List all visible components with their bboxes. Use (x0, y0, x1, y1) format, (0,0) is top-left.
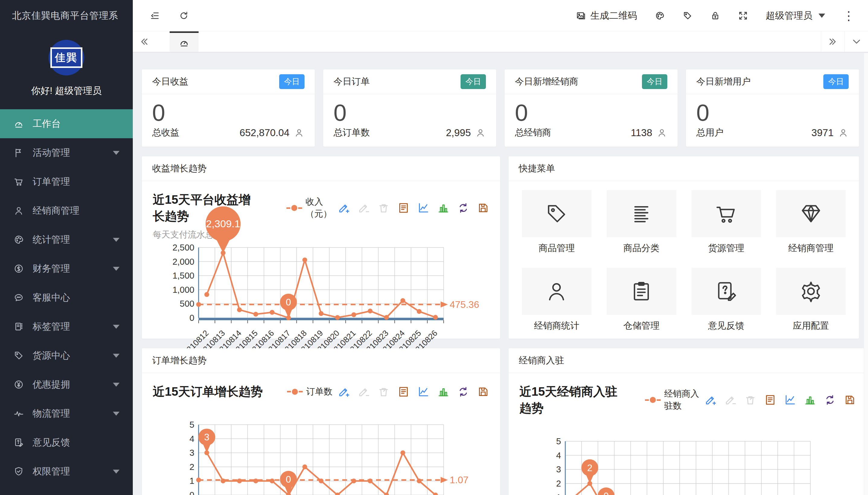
refresh-cycle-icon[interactable] (824, 394, 836, 406)
quick-item-dealer-mgmt[interactable]: 经销商管理 (776, 190, 846, 254)
quick-item-categories[interactable]: 商品分类 (607, 190, 676, 254)
refresh-icon[interactable] (179, 11, 189, 21)
user-menu[interactable]: 超级管理员 (766, 10, 825, 22)
edit-add-icon[interactable] (705, 394, 716, 406)
svg-text:0: 0 (190, 313, 194, 323)
stat-title: 今日收益 (152, 75, 188, 88)
today-badge: 今日 (642, 74, 667, 89)
svg-text:3: 3 (190, 448, 194, 458)
chart-toolbar (338, 202, 489, 214)
line-chart-icon[interactable] (417, 386, 430, 398)
sidebar-item-feedback[interactable]: 意见反馈 (0, 428, 133, 457)
quick-item-dealer-stats[interactable]: 经销商统计 (522, 268, 592, 332)
dollar-circle-icon (13, 263, 24, 274)
sidebar-item-statistics[interactable]: 统计管理 (0, 225, 133, 254)
sidebar-item-system[interactable]: 系统管理 (0, 486, 133, 495)
sidebar-item-logistics[interactable]: 物流管理 (0, 399, 133, 428)
report-icon[interactable] (398, 386, 410, 398)
tabs-menu-button[interactable] (845, 31, 868, 52)
fullscreen-icon[interactable] (738, 11, 748, 21)
bar-chart-icon[interactable] (437, 202, 449, 214)
sidebar-item-dealers[interactable]: 经销商管理 (0, 196, 133, 225)
svg-text:3: 3 (204, 432, 209, 443)
quick-item-goods[interactable]: 商品管理 (522, 190, 592, 254)
legend-marker (287, 205, 302, 211)
edit-remove-icon[interactable] (358, 386, 370, 398)
quick-item-app-config[interactable]: 应用配置 (776, 268, 846, 332)
svg-text:5: 5 (556, 437, 561, 446)
legend-marker (645, 397, 661, 403)
sidebar-item-activity[interactable]: 活动管理 (0, 138, 133, 167)
edit-add-icon[interactable] (338, 202, 350, 214)
collapse-sidebar-icon[interactable] (150, 11, 160, 21)
topbar: 生成二维码 超级管理员 ⋮ (133, 0, 868, 31)
shield-icon (13, 466, 24, 477)
person-icon (656, 127, 667, 138)
panel-header: 收益增长趋势 (142, 156, 500, 181)
lock-icon[interactable] (710, 11, 721, 21)
tab-home[interactable] (170, 31, 198, 52)
edit-add-icon[interactable] (338, 386, 350, 398)
delete-icon[interactable] (378, 386, 389, 398)
sidebar-item-supply[interactable]: 货源中心 (0, 341, 133, 370)
scrollbar[interactable] (864, 53, 868, 495)
generate-qrcode-button[interactable]: 生成二维码 (576, 10, 637, 22)
edit-remove-icon[interactable] (358, 202, 370, 214)
profile-block: 佳巽 你好! 超级管理员 (0, 31, 133, 109)
line-chart: 05001,0001,5002,0002,500475.362,309.1020… (153, 242, 489, 363)
quick-item-supply[interactable]: 货源管理 (691, 190, 761, 254)
tabs-scroll-left-button[interactable] (133, 31, 155, 52)
delete-icon[interactable] (378, 202, 389, 214)
line-chart-icon[interactable] (417, 202, 430, 214)
theme-palette-icon[interactable] (655, 11, 665, 21)
image-icon (576, 11, 586, 21)
tag-icon[interactable] (682, 11, 693, 21)
svg-text:4: 4 (190, 434, 194, 444)
content: 今日收益今日 0 总收益652,870.04 今日订单今日 0 总订单数2,99… (133, 52, 868, 495)
price-tag-icon (544, 201, 569, 226)
report-icon[interactable] (764, 394, 776, 406)
quick-item-feedback[interactable]: 意见反馈 (691, 268, 761, 332)
svg-text:2: 2 (587, 463, 592, 473)
legend-marker (287, 389, 303, 395)
bar-chart-icon[interactable] (437, 386, 449, 398)
app-window: 北京佳巽电商平台管理系 佳巽 你好! 超级管理员 工作台 活动管理 订单管理 经 (0, 0, 868, 495)
quick-item-warehouse[interactable]: 仓储管理 (607, 268, 676, 332)
chart-title: 近15天订单增长趋势 (153, 383, 263, 400)
tag-card-icon (13, 321, 24, 332)
stat-title: 今日新增经销商 (515, 75, 578, 88)
stat-value: 0 (152, 99, 315, 126)
svg-text:3: 3 (556, 464, 561, 474)
sidebar-item-commission[interactable]: 优惠提拥 (0, 370, 133, 399)
sidebar-item-labels[interactable]: 标签管理 (0, 312, 133, 341)
stat-value: 0 (696, 99, 859, 126)
cart-icon (713, 201, 739, 226)
feedback-icon (713, 278, 739, 304)
sidebar-item-orders[interactable]: 订单管理 (0, 167, 133, 196)
more-vertical-icon[interactable]: ⋮ (843, 10, 855, 22)
tabs-scroll-right-button[interactable] (821, 31, 845, 52)
delete-icon[interactable] (744, 394, 756, 406)
sidebar-item-permissions[interactable]: 权限管理 (0, 457, 133, 486)
sidebar-item-finance[interactable]: 财务管理 (0, 254, 133, 283)
svg-text:2: 2 (556, 479, 561, 488)
edit-remove-icon[interactable] (724, 394, 736, 406)
refresh-cycle-icon[interactable] (457, 386, 469, 398)
chevron-down-icon (113, 238, 120, 242)
report-icon[interactable] (398, 202, 410, 214)
svg-text:0: 0 (604, 491, 609, 495)
sidebar-item-workbench[interactable]: 工作台 (0, 109, 133, 138)
refresh-cycle-icon[interactable] (457, 202, 469, 214)
save-icon[interactable] (844, 394, 856, 406)
line-chart-icon[interactable] (784, 394, 796, 406)
person-icon (13, 205, 24, 216)
sidebar-menu: 工作台 活动管理 订单管理 经销商管理 统计管理 财务管理 (0, 109, 133, 495)
bar-chart-icon[interactable] (804, 394, 816, 406)
chart-legend: 订单数 (287, 386, 333, 398)
sidebar-item-service[interactable]: 客服中心 (0, 283, 133, 312)
gauge-icon (13, 118, 24, 129)
save-icon[interactable] (477, 202, 489, 214)
main-area: 生成二维码 超级管理员 ⋮ (133, 0, 868, 495)
save-icon[interactable] (477, 386, 489, 398)
brand-logo: 佳巽 (49, 40, 84, 75)
